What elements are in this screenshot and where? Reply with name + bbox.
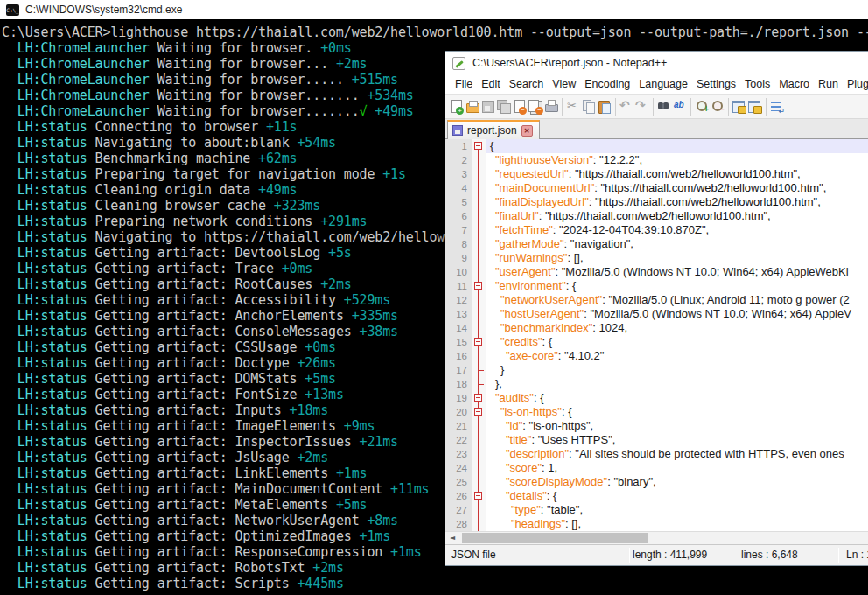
fold-margin (472, 377, 486, 391)
editor-line: 16"axe-core": "4.10.2" (445, 349, 868, 363)
fold-collapse-icon[interactable] (472, 489, 486, 503)
copy-icon[interactable] (581, 99, 596, 114)
code-text: { (486, 139, 868, 153)
fold-margin (472, 167, 486, 181)
menu-encoding[interactable]: Encoding (580, 78, 634, 90)
code-text: "networkUserAgent": "Mozilla/5.0 (Linux;… (486, 293, 868, 307)
terminal-line: C:\Users\ACER>lighthouse https://thaiall… (2, 24, 868, 40)
line-number: 4 (445, 181, 472, 195)
sync-vertical-scroll-icon[interactable] (732, 99, 746, 114)
editor-line: 17} (445, 363, 868, 377)
saved-file-icon (452, 125, 463, 136)
word-wrap-icon[interactable] (769, 99, 784, 114)
zoom-in-icon[interactable] (694, 99, 709, 114)
toolbar-separator (562, 98, 563, 116)
line-number: 3 (445, 167, 472, 181)
status-divider (629, 548, 630, 563)
code-text: "score": 1, (486, 461, 868, 475)
code-text: "benchmarkIndex": 1024, (486, 321, 868, 335)
line-number: 20 (445, 405, 472, 419)
notepad-app-icon (452, 57, 466, 70)
scroll-left-arrow[interactable]: ◄ (445, 532, 459, 544)
terminal-line: LH:status Getting artifact: Scripts +445… (2, 576, 868, 592)
save-icon[interactable] (480, 99, 495, 114)
line-number: 1 (445, 139, 472, 153)
new-file-icon[interactable] (449, 99, 464, 114)
fold-margin (472, 181, 486, 195)
menu-run[interactable]: Run (814, 78, 843, 90)
editor-line: 23"description": "All sites should be pr… (445, 447, 868, 461)
scrollbar-thumb[interactable] (462, 533, 648, 543)
code-text: "axe-core": "4.10.2" (486, 349, 868, 363)
line-number: 19 (445, 391, 472, 405)
fold-collapse-icon[interactable] (472, 335, 486, 349)
code-text: "hostUserAgent": "Mozilla/5.0 (Windows N… (486, 307, 868, 321)
screen: C:\_ C:\WINDOWS\system32\cmd.exe C:\User… (0, 0, 868, 595)
menu-settings[interactable]: Settings (692, 78, 740, 90)
replace-icon[interactable] (672, 99, 687, 114)
zoom-out-icon[interactable] (710, 99, 724, 114)
editor-line: 25"scoreDisplayMode": "binary", (445, 475, 868, 489)
line-number: 8 (445, 237, 472, 251)
code-text: "finalUrl": "https://thaiall.com/web2/he… (486, 209, 868, 223)
cut-icon[interactable] (565, 99, 580, 114)
menu-search[interactable]: Search (505, 78, 549, 90)
notepad-window: C:\Users\ACER\report.json - Notepad++ Fi… (444, 51, 868, 566)
fold-collapse-icon[interactable] (472, 139, 486, 153)
menu-plugins[interactable]: Plugins (843, 78, 868, 90)
line-number: 15 (445, 335, 472, 349)
line-number: 21 (445, 419, 472, 433)
close-all-icon[interactable] (528, 99, 542, 114)
line-number: 2 (445, 153, 472, 167)
line-number: 11 (445, 279, 472, 293)
editor-line: 6"finalUrl": "https://thaiall.com/web2/h… (445, 209, 868, 223)
save-all-icon[interactable] (496, 99, 511, 114)
menu-file[interactable]: File (451, 78, 477, 90)
fold-margin (472, 461, 486, 475)
code-text: "gatherMode": "navigation", (486, 237, 868, 251)
status-lines: lines : 6,648 (741, 549, 798, 561)
menu-tools[interactable]: Tools (740, 78, 774, 90)
line-number: 27 (445, 503, 472, 517)
fold-margin (472, 223, 486, 237)
fold-margin (472, 195, 486, 209)
open-file-icon[interactable] (465, 99, 480, 114)
code-text: "runWarnings": [], (486, 251, 868, 265)
fold-margin (472, 349, 486, 363)
fold-collapse-icon[interactable] (472, 391, 486, 405)
print-icon[interactable] (543, 99, 558, 114)
paste-icon[interactable] (597, 99, 612, 114)
horizontal-scrollbar: ◄ (445, 531, 868, 544)
menu-edit[interactable]: Edit (477, 78, 505, 90)
notepad-title-bar[interactable]: C:\Users\ACER\report.json - Notepad++ (445, 52, 868, 74)
find-icon[interactable] (656, 99, 671, 114)
menu-language[interactable]: Language (634, 78, 692, 90)
cmd-icon: C:\_ (6, 4, 19, 16)
menu-macro[interactable]: Macro (774, 78, 814, 90)
fold-collapse-icon[interactable] (472, 279, 486, 293)
editor-line: 4"mainDocumentUrl": "https://thaiall.com… (445, 181, 868, 195)
fold-margin (472, 251, 486, 265)
redo-icon[interactable] (634, 99, 649, 114)
fold-collapse-icon[interactable] (472, 405, 486, 419)
editor-area[interactable]: 1{2"lighthouseVersion": "12.2.2",3"reque… (445, 139, 868, 531)
toolbar-separator (615, 98, 616, 116)
tab-close-icon[interactable]: ✕ (522, 125, 533, 136)
code-text: "is-on-https": { (486, 405, 868, 419)
undo-icon[interactable] (619, 99, 634, 114)
fold-margin (472, 321, 486, 335)
close-file-icon[interactable] (512, 99, 527, 114)
line-number: 13 (445, 307, 472, 321)
cmd-title-bar[interactable]: C:\_ C:\WINDOWS\system32\cmd.exe (0, 0, 868, 19)
editor-line: 18}, (445, 377, 868, 391)
toolbar-separator (690, 98, 691, 116)
toolbar-separator (653, 98, 654, 116)
toolbar-separator (728, 98, 729, 116)
sync-horizontal-scroll-icon[interactable] (747, 99, 762, 114)
code-text: "scoreDisplayMode": "binary", (486, 475, 868, 489)
tab-report-json[interactable]: report.json ✕ (447, 120, 540, 139)
line-number: 28 (445, 517, 472, 531)
menu-view[interactable]: View (548, 78, 580, 90)
line-number: 5 (445, 195, 472, 209)
line-number: 18 (445, 377, 472, 391)
